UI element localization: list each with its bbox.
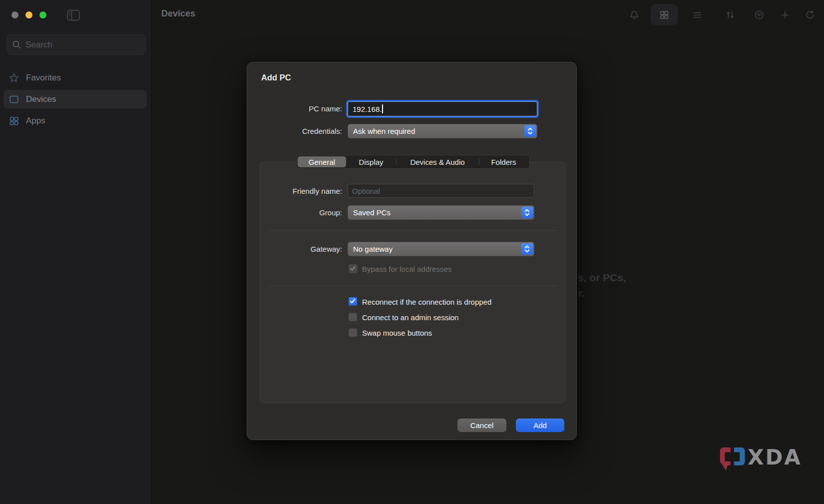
sidebar-item-label: Favorites — [26, 73, 61, 83]
group-label: Group: — [247, 208, 342, 217]
minimize-window-button[interactable] — [25, 11, 32, 18]
text-caret — [382, 104, 383, 113]
refresh-icon[interactable] — [802, 7, 818, 23]
add-plus-icon[interactable] — [777, 7, 793, 23]
search-icon — [12, 40, 21, 49]
swap-mouse-checkbox[interactable] — [349, 328, 357, 337]
app-window: Search Favorites Devices Apps Devices — [0, 0, 824, 504]
star-icon — [8, 72, 19, 83]
friendly-name-label: Friendly name: — [247, 187, 342, 195]
sidebar-toggle-icon[interactable] — [66, 9, 80, 21]
search-placeholder: Search — [25, 40, 52, 50]
xda-logo-icon — [718, 446, 748, 472]
sidebar-item-devices[interactable]: Devices — [3, 90, 147, 108]
swap-mouse-label: Swap mouse buttons — [362, 329, 432, 337]
grid-view-icon[interactable] — [656, 7, 672, 23]
dialog-tab-bar: General Display Devices & Audio Folders — [296, 155, 530, 169]
reconnect-label: Reconnect if the connection is dropped — [362, 298, 491, 306]
xda-logo-text: XDA — [748, 446, 802, 469]
credentials-label: Credentials: — [247, 127, 342, 135]
sidebar-item-label: Apps — [26, 116, 45, 126]
dropdown-stepper-icon — [521, 207, 533, 218]
reconnect-checkbox[interactable] — [349, 297, 357, 306]
xda-watermark: XDA — [718, 446, 802, 472]
gateway-dropdown[interactable]: No gateway — [348, 242, 534, 256]
tab-folders[interactable]: Folders — [479, 156, 528, 167]
credentials-dropdown[interactable]: Ask when required — [348, 124, 537, 138]
zoom-window-button[interactable] — [39, 11, 46, 18]
list-view-icon[interactable] — [689, 7, 705, 23]
background-hint-fragment: r. — [578, 287, 585, 299]
pc-name-value: 192.168. — [353, 105, 382, 113]
dropdown-stepper-icon — [524, 125, 536, 137]
tab-general[interactable]: General — [298, 156, 346, 167]
dropdown-stepper-icon — [521, 243, 533, 255]
general-tab-panel — [260, 162, 565, 403]
bypass-local-label: Bypass for local addresses — [362, 265, 451, 273]
cancel-button[interactable]: Cancel — [457, 419, 506, 432]
tab-devices-audio[interactable]: Devices & Audio — [396, 156, 479, 167]
background-hint-fragment: s, or PCs, — [578, 272, 626, 284]
add-button[interactable]: Add — [516, 419, 564, 432]
sidebar-item-label: Devices — [26, 94, 56, 104]
app-grid-icon — [8, 115, 19, 126]
pc-name-label: PC name: — [247, 104, 342, 113]
tab-display[interactable]: Display — [346, 156, 396, 167]
gateway-label: Gateway: — [247, 245, 342, 253]
filter-circle-icon[interactable] — [751, 7, 767, 23]
sort-arrows-icon[interactable] — [722, 7, 738, 23]
notifications-bell-icon[interactable] — [626, 7, 642, 23]
admin-session-label: Connect to an admin session — [362, 313, 458, 322]
sidebar-item-favorites[interactable]: Favorites — [3, 68, 147, 87]
admin-session-checkbox[interactable] — [349, 313, 357, 321]
checkmark-icon — [349, 265, 357, 272]
divider — [269, 286, 556, 286]
divider — [269, 230, 556, 231]
checkmark-icon — [349, 298, 356, 305]
sidebar: Search Favorites Devices Apps — [0, 0, 152, 504]
close-window-button[interactable] — [11, 11, 18, 18]
friendly-name-input[interactable] — [348, 184, 534, 198]
search-input[interactable]: Search — [6, 34, 146, 55]
sidebar-item-apps[interactable]: Apps — [3, 111, 147, 130]
add-pc-dialog: Add PC PC name: 192.168. Credentials: As… — [247, 62, 577, 440]
bypass-local-checkbox — [349, 264, 358, 273]
page-title: Devices — [161, 8, 195, 19]
group-dropdown[interactable]: Saved PCs — [348, 205, 534, 220]
pc-name-input[interactable]: 192.168. — [348, 101, 537, 116]
dialog-title: Add PC — [261, 73, 291, 82]
monitor-icon — [8, 94, 19, 105]
